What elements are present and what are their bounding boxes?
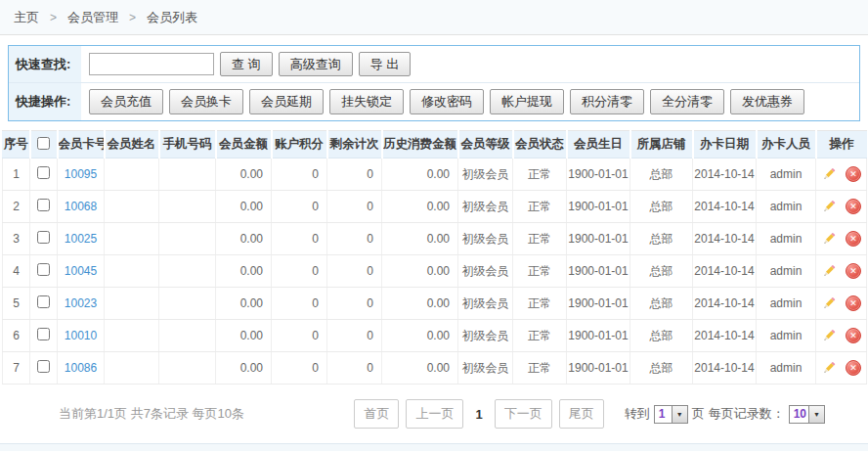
cell-birthday: 1900-01-01 [567,320,630,352]
row-checkbox[interactable] [37,166,50,179]
pagination-bar: 当前第1/1页 共7条记录 每页10条 首页 上一页 1 下一页 尾页 转到 1… [0,385,868,443]
delete-icon[interactable]: ✕ [846,199,861,214]
cell-card-number: 10086 [58,352,105,385]
row-checkbox[interactable] [37,360,50,373]
header-phone: 手机号码 [159,131,216,159]
cell-history-amount: 0.00 [382,352,458,385]
first-page-button[interactable]: 首页 [354,399,399,429]
row-checkbox[interactable] [37,328,50,340]
report-loss-lock-button[interactable]: 挂失锁定 [329,89,404,114]
page-size-label: 每页记录数： [709,405,785,423]
cell-operator: admin [757,191,816,223]
member-list-page: 主页 > 会员管理 > 会员列表 快速查找: 查 询 高级查询 导 出 快捷操作… [0,0,868,453]
cell-checkbox [30,191,58,223]
cell-birthday: 1900-01-01 [567,191,630,223]
cell-member-name [105,320,159,352]
prev-page-button[interactable]: 上一页 [406,399,463,429]
delete-icon[interactable]: ✕ [846,328,861,343]
cell-store: 总部 [630,255,693,288]
edit-pencil-icon[interactable] [821,199,837,214]
all-points-clear-button[interactable]: 全分清零 [650,89,724,114]
card-number-link[interactable]: 10086 [65,361,97,375]
row-checkbox[interactable] [37,199,50,211]
breadcrumb-home[interactable]: 主页 [14,9,39,26]
cell-store: 总部 [630,191,693,223]
row-checkbox[interactable] [37,263,50,276]
cell-birthday: 1900-01-01 [567,255,630,288]
change-password-button[interactable]: 修改密码 [410,89,484,114]
goto-page-select[interactable]: 1 ▼ [654,405,688,424]
card-number-link[interactable]: 10095 [65,167,97,181]
cell-status: 正常 [513,255,567,288]
row-checkbox[interactable] [37,231,50,244]
cell-birthday: 1900-01-01 [567,223,630,255]
edit-pencil-icon[interactable] [821,166,837,182]
edit-pencil-icon[interactable] [821,231,837,247]
cell-status: 正常 [513,159,567,191]
header-checkbox [30,131,58,159]
header-operation: 操作 [816,131,867,159]
next-page-button[interactable]: 下一页 [495,399,552,429]
cell-remaining-times: 0 [327,352,382,385]
query-button[interactable]: 查 询 [220,52,273,76]
table-row: 3 10025 0.00 0 0 0.00 初级会员 正常 1900-01-01… [3,223,867,255]
member-change-card-button[interactable]: 会员换卡 [169,89,243,114]
page-size-select[interactable]: 10 ▼ [789,405,825,424]
table-row: 2 10068 0.00 0 0 0.00 初级会员 正常 1900-01-01… [3,191,867,223]
export-button[interactable]: 导 出 [359,52,412,76]
send-coupon-button[interactable]: 发优惠券 [730,89,804,114]
delete-icon[interactable]: ✕ [846,231,861,247]
card-number-link[interactable]: 10045 [65,264,97,278]
edit-pencil-icon[interactable] [821,328,837,343]
delete-icon[interactable]: ✕ [846,295,861,311]
quick-ops-row: 快捷操作: 会员充值 会员换卡 会员延期 挂失锁定 修改密码 帐户提现 积分清零… [9,83,859,120]
card-number-link[interactable]: 10010 [65,329,97,342]
breadcrumb-member-management[interactable]: 会员管理 [67,9,118,26]
cell-remaining-times: 0 [327,255,382,288]
cell-operation: ✕ [816,255,867,288]
cell-remaining-times: 0 [327,223,382,255]
cell-open-date: 2014-10-14 [693,191,757,223]
page-summary: 当前第1/1页 共7条记录 每页10条 [59,405,244,423]
cell-member-name [105,255,159,288]
points-clear-button[interactable]: 积分清零 [570,89,644,114]
account-withdraw-button[interactable]: 帐户提现 [490,89,564,114]
quick-search-input[interactable] [89,53,214,75]
header-amount: 会员金额 [216,131,272,159]
delete-icon[interactable]: ✕ [846,263,861,279]
header-store: 所属店铺 [630,131,693,159]
edit-pencil-icon[interactable] [821,263,837,279]
cell-operation: ✕ [816,288,867,320]
cell-phone [159,191,216,223]
select-all-checkbox[interactable] [37,137,50,150]
bottom-divider [0,443,868,451]
cell-amount: 0.00 [216,320,272,352]
edit-pencil-icon[interactable] [821,295,837,311]
cell-operation: ✕ [816,320,867,352]
cell-member-name [105,352,159,385]
table-row: 5 10023 0.00 0 0 0.00 初级会员 正常 1900-01-01… [3,288,867,320]
delete-icon[interactable]: ✕ [846,166,861,182]
cell-phone [159,159,216,191]
delete-icon[interactable]: ✕ [846,360,861,376]
card-number-link[interactable]: 10068 [65,200,97,213]
advanced-query-button[interactable]: 高级查询 [279,52,353,76]
card-number-link[interactable]: 10023 [65,296,97,310]
dropdown-arrow-icon: ▼ [808,406,824,423]
header-points: 账户积分 [272,131,327,159]
cell-amount: 0.00 [216,191,272,223]
card-number-link[interactable]: 10025 [65,232,97,246]
member-extend-button[interactable]: 会员延期 [249,89,324,114]
cell-store: 总部 [630,288,693,320]
header-operator: 办卡人员 [757,131,816,159]
cell-status: 正常 [513,191,567,223]
table-header-row: 序号 会员卡号 会员姓名 手机号码 会员金额 账户积分 剩余计次 历史消费金额 … [3,131,867,159]
cell-card-number: 10045 [58,255,105,288]
row-checkbox[interactable] [37,295,50,308]
edit-pencil-icon[interactable] [821,360,837,376]
member-recharge-button[interactable]: 会员充值 [89,89,163,114]
last-page-button[interactable]: 尾页 [559,399,604,429]
quick-ops-label: 快捷操作: [9,83,81,120]
table-row: 6 10010 0.00 0 0 0.00 初级会员 正常 1900-01-01… [3,320,867,352]
cell-level: 初级会员 [458,223,513,255]
